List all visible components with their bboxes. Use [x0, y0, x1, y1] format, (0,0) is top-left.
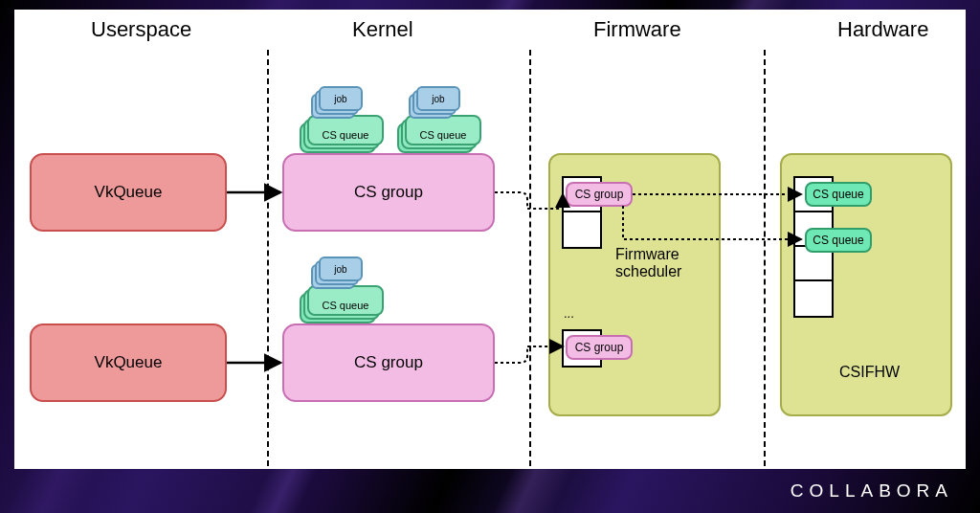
csq-1b-front: CS queue	[405, 115, 481, 145]
cs-group-2: CS group	[282, 323, 495, 402]
cs-group-1: CS group	[282, 153, 495, 232]
hw-csqueue-pill-2: CS queue	[805, 228, 872, 253]
fw-csgroup-label: CS group	[575, 341, 624, 354]
job-1a-front: job	[319, 86, 363, 111]
hw-csqueue-pill-1: CS queue	[805, 182, 872, 207]
vkqueue-1: VkQueue	[30, 153, 227, 232]
vkqueue-2-label: VkQueue	[95, 353, 163, 372]
fw-csgroup-label: CS group	[575, 188, 624, 201]
csq-label: CS queue	[323, 129, 369, 141]
col-header-kernel: Kernel	[352, 17, 413, 42]
diagram-canvas: Userspace Kernel Firmware Hardware VkQue…	[14, 10, 966, 469]
hw-slot	[795, 281, 832, 316]
fw-slot	[564, 212, 600, 247]
csq-stack-1a: CS queue CS queue CS queue job job job	[300, 94, 382, 153]
fw-csgroup-pill-2: CS group	[566, 335, 633, 360]
hw-csqueue-label: CS queue	[813, 188, 863, 201]
csq-stack-2: CS queue CS queue CS queue job job job	[300, 264, 382, 323]
csq-stack-1b: CS queue CS queue CS queue job job job	[397, 94, 479, 153]
fw-ellipsis: ...	[564, 306, 574, 321]
csq-1a-front: CS queue	[307, 115, 384, 145]
csq-label: CS queue	[323, 300, 369, 311]
job-label: job	[334, 264, 346, 275]
csifhw-box: CS queue CS queue CSIFHW	[780, 153, 952, 416]
csifhw-label: CSIFHW	[839, 364, 900, 381]
vkqueue-2: VkQueue	[30, 323, 227, 402]
csq-2-front: CS queue	[307, 285, 384, 316]
job-label: job	[334, 94, 346, 104]
firmware-scheduler-box: CS group ... CS group Firmware scheduler	[548, 153, 721, 416]
col-header-hardware: Hardware	[837, 17, 928, 42]
col-header-userspace: Userspace	[91, 17, 191, 42]
col-header-firmware: Firmware	[593, 17, 681, 42]
csq-label: CS queue	[420, 129, 467, 141]
cs-group-1-label: CS group	[354, 183, 423, 202]
hw-csqueue-label: CS queue	[813, 234, 863, 247]
cs-group-2-label: CS group	[354, 353, 423, 372]
divider-1	[267, 50, 269, 466]
job-label: job	[432, 94, 444, 104]
firmware-scheduler-label: Firmware scheduler	[615, 246, 716, 280]
fw-csgroup-pill-1: CS group	[566, 182, 633, 207]
job-2-front: job	[319, 256, 363, 281]
vkqueue-1-label: VkQueue	[95, 183, 163, 202]
divider-3	[764, 50, 766, 466]
divider-2	[529, 50, 531, 466]
job-1b-front: job	[416, 86, 460, 111]
brand-logo: COLLABORA	[791, 480, 953, 502]
